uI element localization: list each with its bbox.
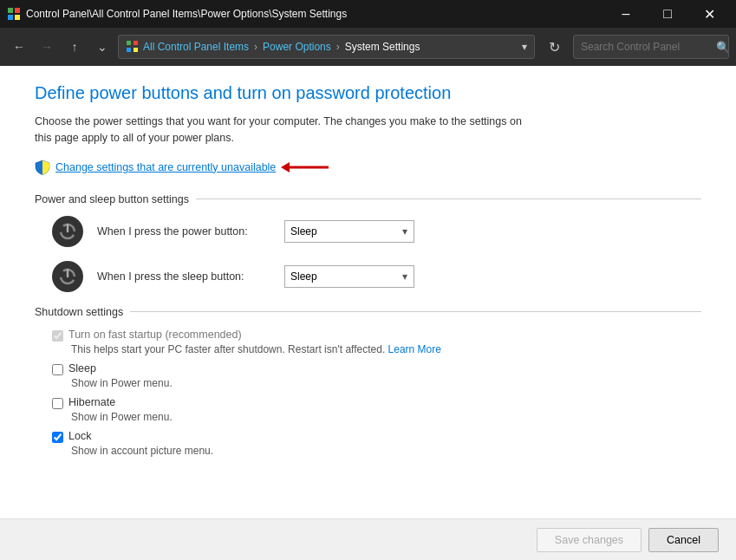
recent-button[interactable]: ⌄ <box>90 35 114 59</box>
power-button-dropdown-wrapper[interactable]: Sleep Do nothing Hibernate Shut down Tur… <box>284 220 414 243</box>
shutdown-section: Shutdown settings Turn on fast startup (… <box>35 306 701 457</box>
page-description: Choose the power settings that you want … <box>35 114 537 147</box>
save-changes-button[interactable]: Save changes <box>537 528 642 552</box>
sleep-shutdown-row: Sleep <box>52 362 701 375</box>
address-path-all[interactable]: All Control Panel Items <box>143 41 249 53</box>
lock-row: Lock <box>52 430 701 443</box>
search-box[interactable]: 🔍 <box>573 35 729 59</box>
sleep-shutdown-label[interactable]: Sleep <box>52 362 701 375</box>
sleep-symbol-icon <box>58 267 77 286</box>
address-bar[interactable]: All Control Panel Items › Power Options … <box>118 35 535 59</box>
svg-rect-2 <box>8 15 13 20</box>
power-button-row: When I press the power button: Sleep Do … <box>52 216 701 247</box>
fast-startup-label[interactable]: Turn on fast startup (recommended) <box>52 329 701 342</box>
change-settings-row: Change settings that are currently unava… <box>35 159 701 176</box>
sleep-button-select[interactable]: Sleep Do nothing Hibernate Shut down Tur… <box>284 265 414 288</box>
maximize-button[interactable]: □ <box>648 0 687 28</box>
title-bar-left: Control Panel\All Control Panel Items\Po… <box>7 7 347 21</box>
address-path-power[interactable]: Power Options <box>263 41 331 53</box>
power-button-select[interactable]: Sleep Do nothing Hibernate Shut down Tur… <box>284 220 414 243</box>
sleep-shutdown-sublabel: Show in Power menu. <box>71 377 701 389</box>
app-icon <box>7 7 21 21</box>
svg-rect-5 <box>134 41 138 45</box>
up-button[interactable]: ↑ <box>62 35 87 59</box>
change-settings-link[interactable]: Change settings that are currently unava… <box>55 161 276 173</box>
address-text: All Control Panel Items › Power Options … <box>143 41 420 53</box>
red-arrow-icon <box>281 159 333 176</box>
power-button-label: When I press the power button: <box>97 225 270 238</box>
lock-label[interactable]: Lock <box>52 430 701 443</box>
address-sep-2: › <box>336 41 340 53</box>
search-input[interactable] <box>581 41 711 53</box>
svg-rect-3 <box>15 15 20 20</box>
main-content: Define power buttons and turn on passwor… <box>0 66 736 518</box>
title-bar: Control Panel\All Control Panel Items\Po… <box>0 0 736 28</box>
minimize-button[interactable]: – <box>606 0 646 28</box>
search-icon: 🔍 <box>716 41 730 54</box>
sleep-shutdown-checkbox[interactable] <box>52 364 63 375</box>
shutdown-section-header: Shutdown settings <box>35 306 701 318</box>
svg-rect-6 <box>127 48 131 52</box>
sleep-shutdown-text: Sleep <box>68 362 96 374</box>
svg-rect-7 <box>134 48 138 52</box>
window-title: Control Panel\All Control Panel Items\Po… <box>26 8 347 20</box>
title-bar-controls: – □ ✕ <box>606 0 729 28</box>
sleep-button-dropdown-wrapper[interactable]: Sleep Do nothing Hibernate Shut down Tur… <box>284 265 414 288</box>
address-bar-icon <box>126 40 140 54</box>
refresh-button[interactable]: ↻ <box>542 35 566 59</box>
footer: Save changes Cancel <box>0 518 736 560</box>
fast-startup-sublabel: This helps start your PC faster after sh… <box>71 343 701 355</box>
power-symbol-icon <box>58 222 77 241</box>
sleep-button-label: When I press the sleep button: <box>97 270 270 283</box>
sleep-button-row: When I press the sleep button: Sleep Do … <box>52 261 701 292</box>
lock-sublabel: Show in account picture menu. <box>71 445 701 457</box>
page-title: Define power buttons and turn on passwor… <box>35 83 701 103</box>
hibernate-sublabel: Show in Power menu. <box>71 411 701 423</box>
address-sep-1: › <box>254 41 257 53</box>
hibernate-label[interactable]: Hibernate <box>52 396 701 409</box>
fast-startup-learn-more[interactable]: Learn More <box>388 343 441 355</box>
svg-rect-4 <box>127 41 131 45</box>
address-dropdown-icon[interactable]: ▾ <box>522 41 527 53</box>
power-sleep-section-header: Power and sleep button settings <box>35 193 701 205</box>
fast-startup-text: Turn on fast startup (recommended) <box>68 329 242 341</box>
sleep-icon <box>52 261 83 292</box>
svg-rect-1 <box>15 8 20 13</box>
cancel-button[interactable]: Cancel <box>648 528 719 552</box>
hibernate-checkbox[interactable] <box>52 398 63 409</box>
fast-startup-row: Turn on fast startup (recommended) <box>52 329 701 342</box>
svg-marker-9 <box>281 162 290 173</box>
uac-shield-icon <box>35 160 50 175</box>
hibernate-row: Hibernate <box>52 396 701 409</box>
hibernate-text: Hibernate <box>68 396 115 408</box>
nav-bar: ← → ↑ ⌄ All Control Panel Items › Power … <box>0 28 736 66</box>
forward-button[interactable]: → <box>35 35 59 59</box>
lock-checkbox[interactable] <box>52 432 63 443</box>
address-path-system: System Settings <box>345 41 420 53</box>
fast-startup-checkbox[interactable] <box>52 330 63 342</box>
back-button[interactable]: ← <box>7 35 31 59</box>
close-button[interactable]: ✕ <box>689 0 729 28</box>
lock-text: Lock <box>68 430 91 442</box>
power-icon <box>52 216 83 247</box>
svg-rect-0 <box>8 8 13 13</box>
